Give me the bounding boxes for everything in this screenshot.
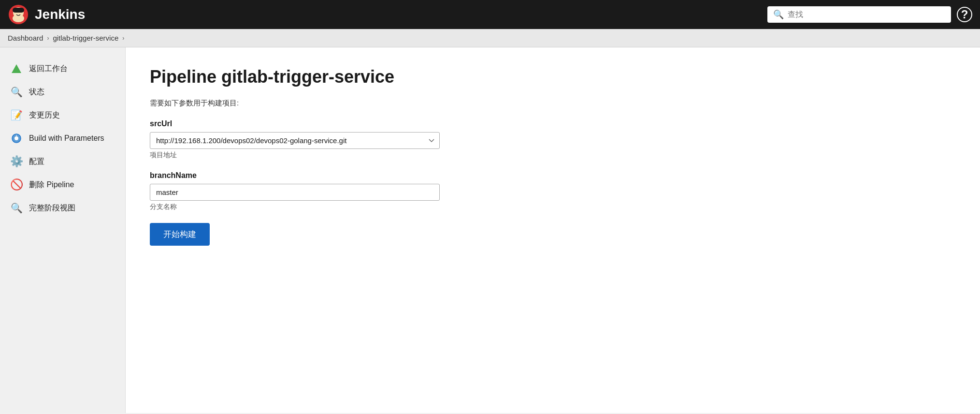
sidebar-label-delete-pipeline: 删除 Pipeline — [29, 180, 74, 190]
header-right: 🔍 ? — [767, 6, 972, 23]
sidebar-label-build-with-parameters: Build with Parameters — [29, 134, 104, 143]
srcurl-hint: 项目地址 — [150, 151, 956, 160]
srcurl-field-group: srcUrl http://192.168.1.200/devops02/dev… — [150, 119, 956, 160]
jenkins-title: Jenkins — [35, 7, 85, 22]
search-bar[interactable]: 🔍 — [767, 6, 951, 23]
form-description: 需要如下参数用于构建项目: — [150, 99, 956, 108]
sidebar-label-back: 返回工作台 — [29, 64, 68, 74]
breadcrumb: Dashboard › gitlab-trigger-service › — [0, 29, 980, 47]
build-icon — [10, 132, 23, 145]
breadcrumb-project: gitlab-trigger-service — [53, 34, 118, 42]
gear-icon: ⚙️ — [10, 155, 23, 168]
header: Jenkins 🔍 ? — [0, 0, 980, 29]
sidebar: 返回工作台 🔍 状态 📝 变更历史 Build with Parameters … — [0, 47, 126, 413]
breadcrumb-sep-1: › — [47, 35, 49, 42]
sidebar-label-change-history: 变更历史 — [29, 110, 60, 120]
sidebar-item-delete-pipeline[interactable]: 🚫 删除 Pipeline — [0, 173, 125, 196]
jenkins-logo — [8, 4, 29, 25]
note-icon: 📝 — [10, 108, 23, 122]
sidebar-item-back-workspace[interactable]: 返回工作台 — [0, 57, 125, 80]
sidebar-item-full-stage-view[interactable]: 🔍 完整阶段视图 — [0, 196, 125, 220]
content-area: Pipeline gitlab-trigger-service 需要如下参数用于… — [126, 47, 980, 413]
srcurl-select[interactable]: http://192.168.1.200/devops02/devops02-g… — [150, 132, 440, 149]
svg-rect-5 — [13, 8, 24, 13]
sidebar-item-status[interactable]: 🔍 状态 — [0, 80, 125, 104]
sidebar-item-configure[interactable]: ⚙️ 配置 — [0, 150, 125, 173]
search-input[interactable] — [788, 10, 945, 19]
submit-build-button[interactable]: 开始构建 — [150, 223, 210, 246]
branchname-label: branchName — [150, 171, 956, 180]
arrow-up-icon — [10, 62, 23, 75]
delete-icon: 🚫 — [10, 178, 23, 192]
search-icon-status: 🔍 — [10, 85, 23, 99]
sidebar-item-build-with-parameters[interactable]: Build with Parameters — [0, 127, 125, 150]
sidebar-label-full-stage-view: 完整阶段视图 — [29, 203, 75, 213]
branchname-field-group: branchName 分支名称 — [150, 171, 956, 211]
breadcrumb-dashboard[interactable]: Dashboard — [8, 34, 43, 42]
header-left: Jenkins — [8, 4, 85, 25]
branchname-hint: 分支名称 — [150, 203, 956, 211]
breadcrumb-sep-2: › — [122, 35, 124, 42]
srcurl-label: srcUrl — [150, 119, 956, 128]
branchname-input[interactable] — [150, 184, 440, 201]
sidebar-item-change-history[interactable]: 📝 变更历史 — [0, 104, 125, 127]
main-layout: 返回工作台 🔍 状态 📝 变更历史 Build with Parameters … — [0, 47, 980, 413]
page-title: Pipeline gitlab-trigger-service — [150, 67, 956, 87]
stage-icon: 🔍 — [10, 201, 23, 215]
sidebar-label-status: 状态 — [29, 87, 44, 97]
help-button[interactable]: ? — [957, 7, 972, 22]
search-icon: 🔍 — [773, 9, 784, 20]
sidebar-label-configure: 配置 — [29, 157, 44, 167]
